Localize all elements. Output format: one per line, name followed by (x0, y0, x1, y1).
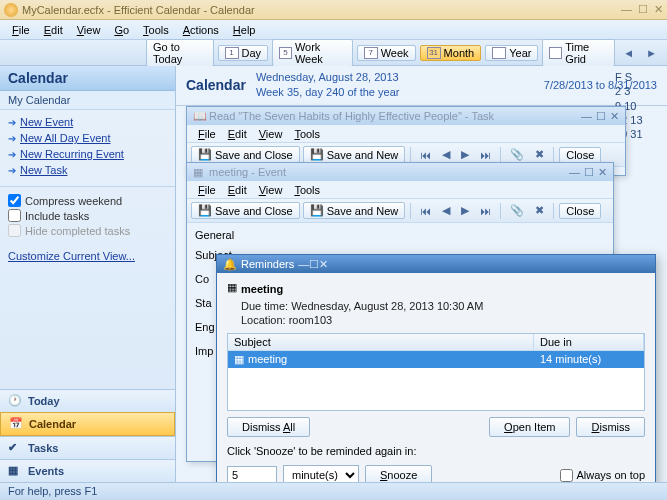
task-save-new-button[interactable]: 💾Save and New (303, 146, 406, 163)
minimize-icon[interactable]: — (569, 166, 580, 179)
reminder-subject: meeting (241, 283, 645, 295)
dismiss-button[interactable]: Dismiss (576, 417, 645, 437)
event-save-new-button[interactable]: 💾 Save and New (303, 202, 406, 219)
event-menu-view[interactable]: View (254, 183, 288, 197)
menu-help[interactable]: Help (227, 22, 262, 38)
next-icon[interactable]: ▶ (457, 203, 473, 218)
next-icon[interactable]: ▶ (457, 147, 473, 162)
main-menubar: File Edit View Go Tools Actions Help (0, 20, 667, 40)
task-window-titlebar[interactable]: 📖 Read "The Seven Habits of Highly Effec… (187, 107, 625, 125)
view-workweek-button[interactable]: 5Work Week (272, 39, 353, 67)
nav-prev-icon[interactable]: ◄ (619, 47, 638, 59)
reminders-title: Reminders (241, 258, 294, 270)
open-item-button[interactable]: Open Item (489, 417, 570, 437)
nav-today[interactable]: 🕐Today (0, 389, 175, 412)
sidebar-nav: 🕐Today 📅Calendar ✔Tasks ▦Events (0, 389, 175, 482)
view-month-button[interactable]: 31Month (420, 45, 482, 61)
sidebar-new-recurring[interactable]: ➔New Recurring Event (6, 146, 169, 162)
event-icon: ▦ (227, 281, 237, 294)
dismiss-all-button[interactable]: Dismiss All (227, 417, 310, 437)
maximize-icon[interactable]: ☐ (596, 110, 606, 123)
last-icon[interactable]: ⏭ (476, 204, 495, 218)
delete-icon[interactable]: ✖ (531, 203, 548, 218)
sidebar-new-task[interactable]: ➔New Task (6, 162, 169, 178)
view-day-button[interactable]: 1Day (218, 45, 269, 61)
always-on-top-checkbox[interactable]: Always on top (560, 469, 645, 482)
menu-go[interactable]: Go (108, 22, 135, 38)
menu-edit[interactable]: Edit (38, 22, 69, 38)
calendar-header: Calendar Wednesday, August 28, 2013 Week… (176, 66, 667, 106)
col-due[interactable]: Due in (534, 334, 644, 350)
reminders-buttons: Dismiss All Open Item Dismiss (227, 417, 645, 437)
minimize-icon[interactable]: — (298, 258, 309, 270)
first-icon[interactable]: ⏮ (416, 148, 435, 162)
view-week-button[interactable]: 7Week (357, 45, 416, 61)
reminders-titlebar[interactable]: 🔔 Reminders —☐✕ (217, 255, 655, 273)
delete-icon[interactable]: ✖ (531, 147, 548, 162)
customize-view-link[interactable]: Customize Current View... (0, 244, 175, 268)
event-menu-file[interactable]: File (193, 183, 221, 197)
maximize-icon[interactable]: ☐ (309, 258, 319, 270)
menu-actions[interactable]: Actions (177, 22, 225, 38)
sidebar-subheader[interactable]: My Calendar (0, 91, 175, 110)
close-icon[interactable]: ✕ (654, 3, 663, 16)
attach-icon[interactable]: 📎 (506, 203, 528, 218)
event-menu-edit[interactable]: Edit (223, 183, 252, 197)
window-controls: — ☐ ✕ (621, 3, 663, 16)
task-save-close-button[interactable]: 💾Save and Close (191, 146, 300, 163)
event-icon: ▦ (234, 353, 244, 366)
event-tab-general[interactable]: General (195, 227, 605, 243)
maximize-icon[interactable]: ☐ (638, 3, 648, 16)
reminders-list-row[interactable]: ▦meeting 14 minute(s) (228, 351, 644, 368)
today-icon: 🕐 (8, 394, 22, 408)
arrow-icon: ➔ (8, 149, 16, 160)
goto-today-button[interactable]: Go to Today (146, 39, 214, 67)
menu-tools[interactable]: Tools (137, 22, 175, 38)
last-icon[interactable]: ⏭ (476, 148, 495, 162)
attach-icon[interactable]: 📎 (506, 147, 528, 162)
reminders-list-header: Subject Due in (228, 334, 644, 351)
sidebar-header: Calendar (0, 66, 175, 91)
event-save-close-button[interactable]: 💾 Save and Close (191, 202, 300, 219)
view-timegrid-button[interactable]: Time Grid (542, 39, 615, 67)
task-menubar: File Edit View Tools (187, 125, 625, 143)
task-menu-view[interactable]: View (254, 127, 288, 141)
event-window-titlebar[interactable]: ▦ meeting - Event —☐✕ (187, 163, 613, 181)
prev-icon[interactable]: ◀ (438, 147, 454, 162)
view-year-button[interactable]: Year (485, 45, 538, 61)
prev-icon[interactable]: ◀ (438, 203, 454, 218)
col-subject[interactable]: Subject (228, 334, 534, 350)
task-close-button[interactable]: Close (559, 147, 601, 163)
event-close-button[interactable]: Close (559, 203, 601, 219)
nav-tasks[interactable]: ✔Tasks (0, 436, 175, 459)
event-menu-tools[interactable]: Tools (289, 183, 325, 197)
reminders-body: ▦ meeting Due time: Wednesday, August 28… (217, 273, 655, 493)
first-icon[interactable]: ⏮ (416, 204, 435, 218)
nav-calendar[interactable]: 📅Calendar (0, 412, 175, 436)
reminder-location: Location: room103 (241, 313, 645, 327)
include-tasks-checkbox[interactable]: Include tasks (8, 208, 167, 223)
minimize-icon[interactable]: — (581, 110, 592, 123)
tasks-icon: ✔ (8, 441, 22, 455)
sidebar-new-event[interactable]: ➔New Event (6, 114, 169, 130)
calendar-label: Calendar (186, 77, 246, 93)
maximize-icon[interactable]: ☐ (584, 166, 594, 179)
close-icon[interactable]: ✕ (598, 166, 607, 179)
minimize-icon[interactable]: — (621, 3, 632, 16)
compress-weekend-checkbox[interactable]: Compress weekend (8, 193, 167, 208)
calendar-date: Wednesday, August 28, 2013 Week 35, day … (256, 70, 400, 101)
sidebar-new-allday[interactable]: ➔New All Day Event (6, 130, 169, 146)
close-icon[interactable]: ✕ (610, 110, 619, 123)
task-menu-edit[interactable]: Edit (223, 127, 252, 141)
task-menu-file[interactable]: File (193, 127, 221, 141)
menu-file[interactable]: File (6, 22, 36, 38)
close-icon[interactable]: ✕ (319, 258, 328, 270)
nav-next-icon[interactable]: ► (642, 47, 661, 59)
task-menu-tools[interactable]: Tools (289, 127, 325, 141)
menu-view[interactable]: View (71, 22, 107, 38)
reminders-dialog: 🔔 Reminders —☐✕ ▦ meeting Due time: Wedn… (216, 254, 656, 494)
arrow-icon: ➔ (8, 133, 16, 144)
arrow-icon: ➔ (8, 117, 16, 128)
nav-events[interactable]: ▦Events (0, 459, 175, 482)
calendar-icon: 📅 (9, 417, 23, 431)
